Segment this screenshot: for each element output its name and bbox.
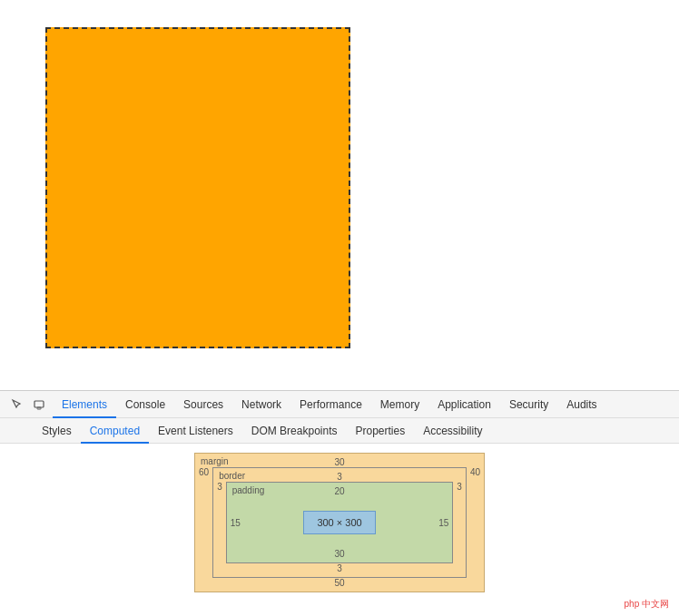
subtab-event-listeners[interactable]: Event Listeners — [149, 418, 242, 444]
devtools-subtab-bar: Styles Computed Event Listeners DOM Brea… — [0, 418, 679, 444]
browser-viewport — [0, 0, 679, 390]
tab-network[interactable]: Network — [232, 391, 290, 418]
margin-top-value: 30 — [334, 457, 344, 467]
box-model-diagram: margin 30 60 border 3 3 padd — [194, 453, 485, 592]
devtools-tab-bar: Elements Console Sources Network Perform… — [0, 391, 679, 418]
devtools-content: margin 30 60 border 3 3 padd — [0, 444, 679, 616]
padding-top-display: 20 — [334, 486, 344, 496]
tab-security[interactable]: Security — [500, 391, 557, 418]
border-left-value: 3 — [213, 482, 226, 563]
border-top-value: 3 — [337, 472, 342, 482]
tab-performance[interactable]: Performance — [290, 391, 371, 418]
tab-elements[interactable]: Elements — [53, 391, 116, 418]
padding-left-value: 15 — [227, 518, 244, 528]
tab-audits[interactable]: Audits — [557, 391, 605, 418]
watermark: php 中文网 — [622, 597, 672, 611]
subtab-accessibility[interactable]: Accessibility — [414, 418, 491, 444]
tab-sources[interactable]: Sources — [174, 391, 232, 418]
tab-memory[interactable]: Memory — [371, 391, 428, 418]
subtab-properties[interactable]: Properties — [346, 418, 414, 444]
box-border: border 3 3 padding 20 15 — [212, 467, 467, 578]
box-padding: padding 20 15 300 × 300 15 — [226, 482, 454, 563]
svg-rect-0 — [34, 401, 44, 407]
subtab-computed[interactable]: Computed — [81, 418, 149, 444]
padding-label: padding — [232, 485, 265, 495]
border-bottom-value: 3 — [337, 563, 342, 573]
tab-application[interactable]: Application — [428, 391, 500, 418]
margin-left-value: 60 — [195, 467, 212, 578]
margin-right-value: 40 — [467, 467, 484, 578]
devtools-tabs: Elements Console Sources Network Perform… — [53, 391, 675, 418]
margin-label: margin — [201, 456, 229, 466]
inspect-icon[interactable] — [7, 395, 27, 415]
subtab-dom-breakpoints[interactable]: DOM Breakpoints — [242, 418, 347, 444]
padding-right-value: 15 — [435, 518, 452, 528]
devtools-left-icons — [4, 395, 53, 415]
border-row: 3 padding 20 15 300 × 300 — [213, 482, 466, 563]
device-icon[interactable] — [29, 395, 49, 415]
devtools-panel: Elements Console Sources Network Perform… — [0, 390, 679, 616]
margin-bottom-value: 50 — [334, 578, 344, 588]
margin-row: 60 border 3 3 padding 20 — [195, 467, 484, 578]
border-right-value: 3 — [453, 482, 466, 563]
border-label: border — [219, 471, 245, 481]
box-margin: margin 30 60 border 3 3 padd — [194, 453, 485, 592]
tab-console[interactable]: Console — [116, 391, 174, 418]
padding-bottom-value: 30 — [334, 549, 344, 559]
svg-rect-1 — [37, 407, 41, 409]
padding-row: 15 300 × 300 15 — [227, 496, 453, 549]
box-content: 300 × 300 — [303, 511, 376, 534]
subtab-styles[interactable]: Styles — [33, 418, 81, 444]
content-size-label: 300 × 300 — [317, 517, 361, 528]
orange-element — [45, 27, 350, 348]
